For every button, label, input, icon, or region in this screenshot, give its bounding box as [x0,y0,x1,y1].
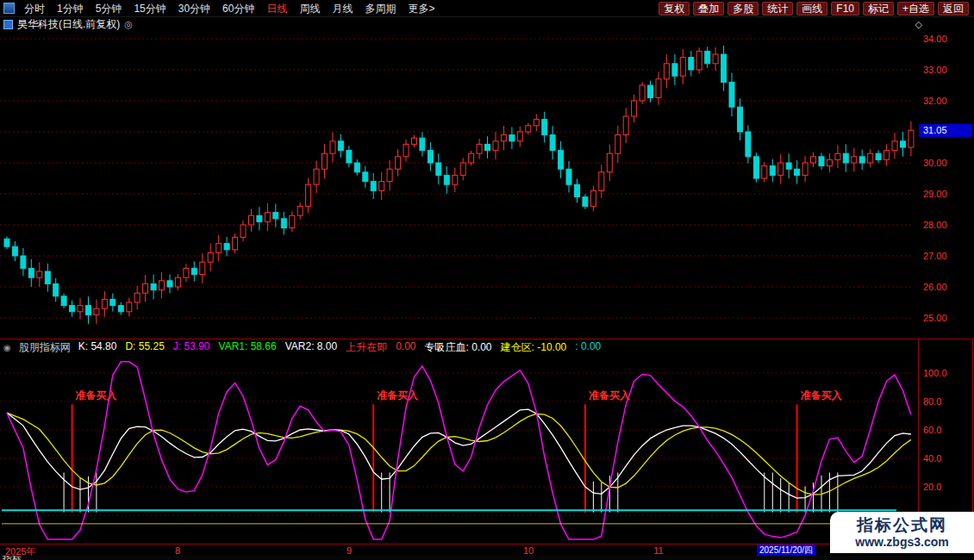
action-button-叠加[interactable]: 叠加 [693,2,724,16]
price-tick: 32.00 [923,96,947,106]
buy-signal-label: 准备买入 [801,389,842,403]
indicator-header: ◉ 股朋指标网 K: 54.80D: 55.25J: 53.90VAR1: 58… [0,339,914,356]
indicator-value: 专吸庄血: 0.00 [425,340,492,355]
ledger-icon[interactable] [3,20,13,29]
indicator-value: : 0.00 [575,340,601,355]
period-tab-1分钟[interactable]: 1分钟 [51,0,90,17]
date-tick: 11 [653,545,663,556]
period-tab-更多>[interactable]: 更多> [402,0,440,17]
action-button-+自选[interactable]: +自选 [897,2,934,16]
indicator-tick: 80.0 [923,396,941,407]
action-button-F10[interactable]: F10 [831,2,859,16]
current-date-badge: 2025/11/20/四 [757,544,815,556]
price-tick: 27.00 [923,251,947,261]
period-tab-60分钟[interactable]: 60分钟 [216,0,260,17]
price-tick: 29.00 [923,189,947,199]
indicator-value: 建仓区: -10.00 [501,340,567,355]
action-button-统计[interactable]: 统计 [762,2,793,16]
indicator-tick: 40.0 [923,453,941,464]
k-line [7,409,911,498]
price-tick: 25.00 [923,313,947,323]
buy-signal-lines [72,404,797,512]
buy-signal-label: 准备买入 [589,389,630,403]
title-bar: 昊华科技(日线.前复权) ◎ ◇ [0,17,974,31]
buy-signal-label: 准备买入 [76,389,117,403]
target-circle-icon[interactable]: ◎ [124,19,133,30]
j-line [7,362,911,539]
watermark: 指标公式网 www.zbgs3.com [830,512,974,553]
white-ticks-group [64,473,838,513]
action-button-标记[interactable]: 标记 [863,2,894,16]
indicator-plot[interactable] [0,357,919,543]
indicator-value: J: 53.90 [173,340,210,355]
app-icon[interactable] [3,3,15,14]
date-tick: 8 [175,545,180,556]
period-tab-月线[interactable]: 月线 [326,0,359,17]
indicator-tick: 20.0 [923,482,941,492]
d-line [7,413,911,495]
period-tab-周线[interactable]: 周线 [293,0,326,17]
status-bar: 指标 [0,556,974,560]
main-chart-plot[interactable] [0,31,919,339]
top-toolbar: 分时1分钟5分钟15分钟30分钟60分钟日线周线月线多周期更多> 复权叠加多股统… [0,0,974,17]
period-tab-30分钟[interactable]: 30分钟 [172,0,216,17]
action-button-返回[interactable]: 返回 [938,2,969,16]
price-axis: 34.0033.0032.0030.0029.0028.0027.0026.00… [919,31,974,339]
period-tab-多周期[interactable]: 多周期 [359,0,402,17]
period-tabs: 分时1分钟5分钟15分钟30分钟60分钟日线周线月线多周期更多> [18,0,440,17]
price-tick: 30.00 [923,158,947,168]
action-button-多股[interactable]: 多股 [727,2,759,16]
period-tab-日线[interactable]: 日线 [260,0,293,17]
candles-group [4,46,914,324]
action-button-画线[interactable]: 画线 [796,2,827,16]
date-axis[interactable]: 2025/11/20/四 2025年891011 [0,544,974,556]
date-tick: 9 [347,545,352,556]
period-tab-分时[interactable]: 分时 [18,0,51,17]
action-button-复权[interactable]: 复权 [659,2,690,16]
indicator-value: VAR2: 8.00 [285,340,337,355]
buy-signal-label: 准备买入 [377,389,418,403]
indicator-name[interactable]: 股朋指标网 [19,340,71,355]
stock-title: 昊华科技(日线.前复权) [17,17,120,32]
indicator-value: K: 54.80 [78,340,117,355]
indicator-values: K: 54.80D: 55.25J: 53.90VAR1: 58.66VAR2:… [78,340,602,355]
watermark-title: 指标公式网 [857,516,947,535]
period-tab-5分钟[interactable]: 5分钟 [90,0,128,17]
toolbar-actions: 复权叠加多股统计画线F10标记+自选返回 [659,2,972,16]
indicator-tick: 100.0 [923,368,947,378]
indicator-value: 上升在即 [346,340,387,355]
price-tick: 28.00 [923,220,947,230]
current-price-badge: 31.05 [919,124,972,137]
status-bar-text: 指标 [3,556,22,560]
indicator-value: D: 55.25 [125,340,164,355]
date-tick: 10 [523,545,534,556]
price-tick: 34.00 [923,34,947,44]
diamond-icon[interactable]: ◇ [915,19,922,30]
price-tick: 26.00 [923,282,947,292]
price-tick: 33.00 [923,65,947,75]
indicator-tick: 60.0 [923,425,941,435]
indicator-value: VAR1: 58.66 [219,340,277,355]
indicator-expand-icon[interactable]: ◉ [3,343,11,352]
indicator-value: 0.00 [396,340,415,355]
period-tab-15分钟[interactable]: 15分钟 [128,0,172,17]
watermark-url: www.zbgs3.com [855,535,948,550]
